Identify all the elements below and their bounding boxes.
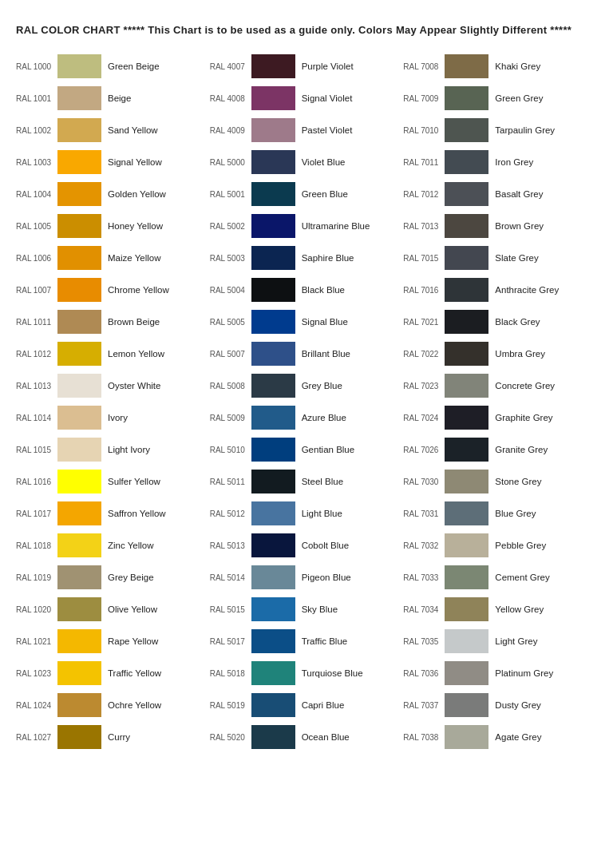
color-row: RAL 7022Umbra Grey [403,339,597,368]
color-row: RAL 5004Black Blue [210,275,404,304]
color-swatch [57,565,101,589]
color-name: Purple Violet [302,61,354,73]
color-row: RAL 5002Ultramarine Blue [210,212,404,240]
color-name: Graphite Grey [495,412,552,424]
column-3: RAL 7008Khaki GreyRAL 7009Green GreyRAL … [403,52,597,755]
color-name: Platinum Grey [495,668,553,680]
color-swatch [57,150,101,174]
color-name: Gentian Blue [302,444,355,456]
color-swatch [251,406,295,430]
ral-code: RAL 4008 [210,94,251,103]
color-row: RAL 5009Azure Blue [210,403,404,432]
ral-code: RAL 1017 [16,509,57,518]
color-name: Traffic Yellow [108,668,161,680]
color-row: RAL 1024Ochre Yellow [16,691,210,719]
color-name: Sky Blue [302,604,338,616]
ral-code: RAL 7012 [403,190,445,199]
color-swatch [251,214,295,238]
color-name: Azure Blue [302,412,346,424]
ral-code: RAL 7013 [403,222,445,231]
color-row: RAL 5012Light Blue [210,499,404,528]
ral-code: RAL 5007 [210,350,251,359]
ral-code: RAL 1015 [16,446,57,454]
color-row: RAL 7031Blue Grey [403,499,597,528]
ral-code: RAL 7008 [403,62,445,71]
ral-code: RAL 7022 [403,350,445,359]
color-row: RAL 1004Golden Yellow [16,180,210,208]
ral-code: RAL 5019 [210,701,251,710]
color-name: Anthracite Grey [495,284,559,296]
color-swatch [57,278,101,302]
color-name: Pebble Grey [495,540,546,552]
color-swatch [445,150,488,174]
color-row: RAL 1018Zinc Yellow [16,531,210,560]
ral-code: RAL 7034 [403,605,445,614]
ral-code: RAL 7033 [403,573,445,582]
color-swatch [57,693,101,717]
ral-code: RAL 1002 [16,126,57,135]
color-name: Yellow Grey [495,604,544,616]
ral-code: RAL 7021 [403,318,445,327]
color-name: Granite Grey [495,444,548,456]
color-row: RAL 7026Granite Grey [403,435,597,464]
color-name: Light Grey [495,636,537,648]
color-name: Oyster White [108,380,160,392]
color-row: RAL 7032Pebble Grey [403,531,597,560]
ral-code: RAL 1016 [16,478,57,486]
color-swatch [57,629,101,653]
color-swatch [445,310,488,334]
color-name: Signal Violet [302,93,353,105]
color-row: RAL 1006Maize Yellow [16,244,210,272]
color-row: RAL 5013Cobolt Blue [210,531,404,560]
color-row: RAL 4009Pastel Violet [210,116,404,145]
color-name: Concrete Grey [495,380,555,392]
color-name: Lemon Yellow [108,348,164,360]
ral-code: RAL 5017 [210,637,251,646]
color-row: RAL 7009Green Grey [403,84,597,113]
color-row: RAL 1007Chrome Yellow [16,275,210,304]
color-name: Brown Grey [495,220,544,232]
color-row: RAL 1011Brown Beige [16,307,210,336]
color-row: RAL 5017Traffic Blue [210,627,404,656]
color-swatch [445,214,488,238]
color-swatch [251,182,295,206]
color-row: RAL 7035Light Grey [403,627,597,656]
ral-code: RAL 5000 [210,158,251,167]
ral-code: RAL 4009 [210,126,251,135]
color-row: RAL 1005Honey Yellow [16,212,210,240]
ral-code: RAL 1003 [16,158,57,167]
color-name: Brillant Blue [302,348,350,360]
color-swatch [57,182,101,206]
ral-code: RAL 5004 [210,286,251,295]
ral-code: RAL 5005 [210,318,251,327]
color-row: RAL 7021Black Grey [403,307,597,336]
color-swatch [251,438,295,462]
ral-code: RAL 1019 [16,573,57,582]
color-row: RAL 5008Grey Blue [210,371,404,400]
color-swatch [445,470,488,493]
color-row: RAL 7013Brown Grey [403,212,597,240]
color-row: RAL 1012Lemon Yellow [16,339,210,368]
color-swatch [251,118,295,142]
color-row: RAL 1023Traffic Yellow [16,659,210,688]
ral-code: RAL 1012 [16,350,57,359]
color-swatch [445,629,488,653]
color-swatch [445,118,488,142]
color-row: RAL 7023Concrete Grey [403,371,597,400]
color-swatch [57,54,101,78]
color-swatch [251,661,295,685]
color-row: RAL 1014Ivory [16,403,210,432]
color-name: Curry [108,731,130,743]
color-swatch [251,725,295,749]
color-swatch [445,501,488,525]
color-name: Green Blue [302,188,348,200]
color-name: Black Blue [302,284,345,296]
color-row: RAL 7011Iron Grey [403,148,597,176]
color-name: Cement Grey [495,572,549,584]
color-row: RAL 7012Basalt Grey [403,180,597,208]
color-name: Sulfer Yellow [108,476,160,488]
color-swatch [445,565,488,589]
color-name: Light Ivory [108,444,150,456]
color-name: Turquiose Blue [302,668,363,680]
color-swatch [57,470,101,493]
